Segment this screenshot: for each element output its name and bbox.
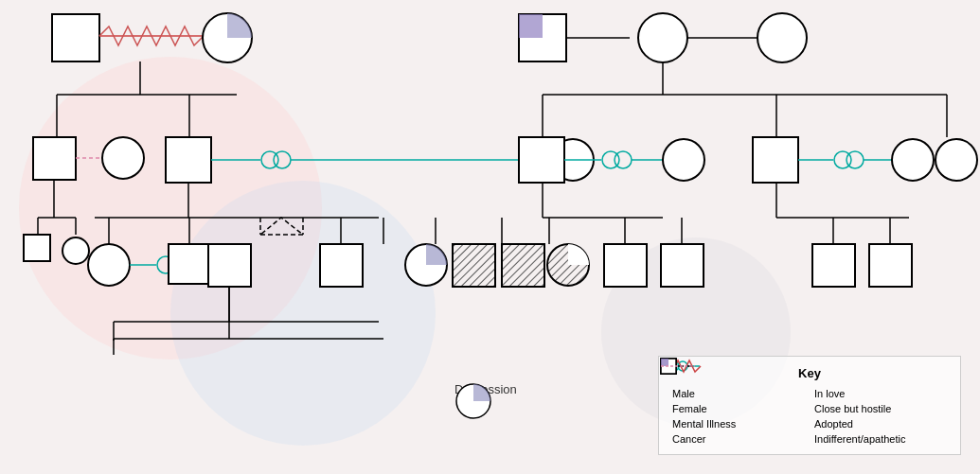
svg-point-23 bbox=[274, 151, 291, 168]
svg-point-30 bbox=[615, 151, 632, 168]
svg-point-18 bbox=[102, 137, 144, 179]
svg-rect-56 bbox=[208, 244, 251, 287]
svg-rect-81 bbox=[604, 244, 647, 287]
svg-rect-83 bbox=[661, 244, 704, 287]
svg-rect-60 bbox=[169, 244, 208, 284]
svg-point-41 bbox=[935, 139, 977, 181]
svg-rect-69 bbox=[320, 244, 363, 287]
svg-point-32 bbox=[663, 139, 704, 181]
depression-key-item: Depression bbox=[454, 382, 517, 396]
svg-rect-8 bbox=[519, 14, 543, 38]
svg-point-12 bbox=[757, 13, 807, 62]
svg-point-39 bbox=[892, 139, 934, 181]
svg-rect-73 bbox=[453, 244, 495, 287]
svg-rect-20 bbox=[166, 137, 211, 183]
svg-rect-16 bbox=[33, 137, 76, 180]
legend-indifferent: Indifferent/apathetic bbox=[814, 433, 947, 445]
svg-point-51 bbox=[88, 244, 130, 286]
svg-rect-89 bbox=[869, 244, 912, 287]
svg-rect-45 bbox=[24, 235, 50, 261]
legend-grid: Male In love Female Close but hostile bbox=[672, 388, 947, 445]
svg-point-37 bbox=[846, 151, 864, 168]
legend-indifferent-symbol bbox=[659, 357, 980, 474]
svg-rect-27 bbox=[519, 137, 564, 183]
legend-panel: Key Male In love Female bbox=[658, 356, 961, 455]
svg-rect-75 bbox=[502, 244, 544, 287]
svg-rect-34 bbox=[753, 137, 798, 183]
svg-marker-63 bbox=[260, 218, 303, 235]
svg-point-47 bbox=[62, 237, 89, 264]
svg-point-10 bbox=[638, 13, 687, 62]
svg-rect-87 bbox=[812, 244, 855, 287]
svg-rect-2 bbox=[52, 14, 99, 61]
